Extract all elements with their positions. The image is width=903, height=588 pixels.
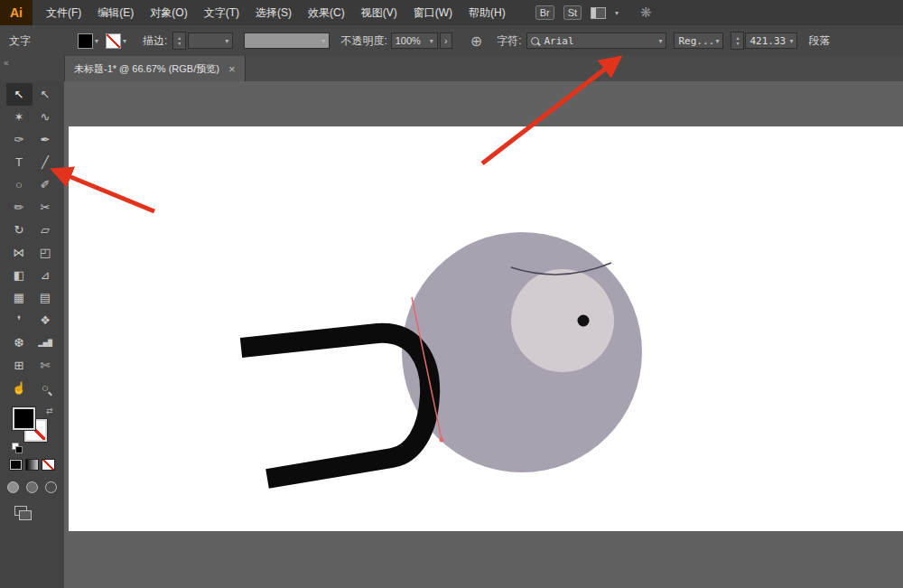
fill-swatch-icon [78, 33, 93, 49]
illustrator-window: Ai 文件(F) 编辑(E) 对象(O) 文字(T) 选择(S) 效果(C) 视… [0, 0, 903, 588]
stroke-color-well[interactable]: ▾ [106, 33, 126, 49]
free-transform-tool[interactable]: ◰ [33, 241, 59, 264]
stroke-dropdown-icon: ▾ [123, 37, 126, 45]
line-segment-tool[interactable]: ╱ [33, 151, 59, 173]
font-size-combo[interactable]: 421.33 ▾ [745, 33, 797, 49]
workspace-dropdown-icon[interactable]: ▾ [615, 9, 619, 17]
document-tab[interactable]: 未标题-1* @ 66.67% (RGB/预览) × [64, 56, 246, 81]
gradient-tool[interactable]: ▤ [33, 286, 59, 309]
zoom-tool[interactable]: ○ [33, 377, 59, 399]
lasso-tool[interactable]: ∿ [33, 106, 59, 128]
opacity-label: 不透明度: [340, 33, 386, 49]
combo-dropdown-icon: ▾ [658, 37, 662, 45]
ellipse-tool[interactable]: ○ [6, 173, 33, 196]
toolbar-collapse-control[interactable]: « [0, 56, 64, 81]
main-menus: 文件(F) 编辑(E) 对象(O) 文字(T) 选择(S) 效果(C) 视图(V… [38, 0, 514, 25]
fill-dropdown-icon: ▾ [95, 37, 98, 45]
column-graph-tool[interactable]: ▂▅█ [33, 331, 59, 354]
gradient-mode-button[interactable] [25, 459, 39, 471]
font-style-combo[interactable]: Reg... ▾ [674, 33, 723, 49]
pencil-tool[interactable]: ✏ [6, 196, 33, 219]
tool-grid: ↖ ↖ ✶ ∿ ✑ ✒ T ╱ ○ ✐ ✏ ✂ ↻ ▱ ⋈ ◰ ◧ ⊿ ▦ ▤ … [0, 81, 64, 399]
menu-file[interactable]: 文件(F) [38, 0, 89, 25]
font-family-value: Arial [544, 35, 654, 47]
blob-brush-tool[interactable]: ✑ [6, 128, 33, 151]
opacity-panel-button[interactable]: › [440, 33, 452, 49]
slice-tool[interactable]: ✄ [33, 354, 59, 377]
direct-selection-tool[interactable]: ↖ [33, 83, 59, 106]
menu-object[interactable]: 对象(O) [142, 0, 195, 25]
perspective-grid-tool[interactable]: ⊿ [33, 264, 59, 286]
stock-button[interactable]: St [563, 5, 582, 20]
width-tool[interactable]: ⋈ [6, 241, 33, 264]
paragraph-label: 段落 [808, 33, 830, 49]
draw-mode-row [0, 481, 64, 493]
scale-tool[interactable]: ▱ [33, 219, 59, 241]
color-mode-button[interactable] [9, 459, 23, 471]
workspace-layout-icon[interactable] [591, 7, 606, 19]
stroke-none-swatch-icon [106, 33, 121, 49]
paintbrush-tool[interactable]: ✐ [33, 173, 59, 196]
mesh-tool[interactable]: ▦ [6, 286, 33, 309]
none-mode-button[interactable] [42, 459, 55, 471]
collapse-icon: « [4, 58, 9, 68]
character-label: 字符: [497, 33, 521, 49]
menu-edit[interactable]: 编辑(E) [89, 0, 142, 25]
brush-definition-combo[interactable]: ▾ [244, 33, 330, 49]
shape-builder-tool[interactable]: ◧ [6, 264, 33, 286]
combo-dropdown-icon: ▾ [789, 37, 793, 45]
eyedropper-tool[interactable]: ❜ [6, 309, 33, 331]
document-setup-icon[interactable]: ⊕ [470, 33, 482, 50]
fill-color-swatch[interactable] [13, 407, 35, 430]
menu-select[interactable]: 选择(S) [247, 0, 300, 25]
control-bar: 文字 ▾ ▾ 描边: ▴ ▾ ▾ ▾ 不透明度: 100% ▾ › ⊕ 字符: [0, 25, 903, 57]
fill-color-well[interactable]: ▾ [78, 33, 98, 49]
app-logo: Ai [0, 0, 33, 25]
tools-panel: ↖ ↖ ✶ ∿ ✑ ✒ T ╱ ○ ✐ ✏ ✂ ↻ ▱ ⋈ ◰ ◧ ⊿ ▦ ▤ … [0, 81, 65, 588]
font-size-value: 421.33 [749, 35, 786, 47]
menu-view[interactable]: 视图(V) [353, 0, 405, 25]
menu-window[interactable]: 窗口(W) [405, 0, 461, 25]
magic-wand-tool[interactable]: ✶ [6, 106, 33, 128]
selection-type-label: 文字 [9, 33, 31, 49]
symbol-sprayer-tool[interactable]: ❆ [6, 331, 33, 354]
artboard[interactable] [69, 126, 903, 531]
default-fill-stroke-icon[interactable] [12, 443, 19, 450]
combo-dropdown-icon: ▾ [225, 37, 228, 45]
document-tab-title: 未标题-1* @ 66.67% (RGB/预览) [74, 62, 219, 76]
draw-behind-button[interactable] [26, 481, 38, 493]
stepper-down-icon: ▾ [736, 41, 739, 46]
hand-tool[interactable]: ☝ [6, 377, 33, 399]
menu-type[interactable]: 文字(T) [196, 0, 247, 25]
stroke-weight-combo[interactable]: ▾ [188, 33, 233, 49]
bridge-button[interactable]: Br [535, 5, 554, 20]
draw-normal-button[interactable] [7, 481, 19, 493]
blend-tool[interactable]: ❖ [33, 309, 59, 331]
combo-dropdown-icon: ▾ [430, 37, 433, 45]
scissors-tool[interactable]: ✂ [33, 196, 59, 219]
swap-fill-stroke-icon[interactable]: ⇄ [46, 406, 53, 415]
sync-icon[interactable]: ❋ [640, 5, 652, 21]
canvas-pasteboard[interactable] [64, 81, 903, 588]
menu-help[interactable]: 帮助(H) [461, 0, 514, 25]
screen-mode-button[interactable] [14, 506, 27, 516]
stroke-weight-stepper[interactable]: ▴ ▾ [172, 32, 186, 50]
font-size-stepper[interactable]: ▴ ▾ [731, 32, 744, 50]
rotate-tool[interactable]: ↻ [6, 219, 33, 241]
font-search-icon [531, 37, 539, 45]
draw-inside-button[interactable] [45, 481, 57, 493]
document-tab-bar: « 未标题-1* @ 66.67% (RGB/预览) × [0, 56, 903, 81]
stroke-weight-label: 描边: [143, 33, 167, 49]
combo-dropdown-icon: ▾ [715, 37, 719, 45]
combo-dropdown-icon: ▾ [321, 37, 325, 45]
selection-tool[interactable]: ↖ [6, 83, 33, 106]
pen-tool[interactable]: ✒ [33, 128, 59, 151]
type-tool[interactable]: T [6, 151, 33, 173]
font-style-value: Reg... [678, 35, 714, 47]
font-family-combo[interactable]: Arial ▾ [526, 33, 666, 49]
menubar-right-controls: Br St ▾ ❋ [535, 5, 652, 21]
tab-close-icon[interactable]: × [228, 62, 236, 76]
menu-effect[interactable]: 效果(C) [300, 0, 353, 25]
opacity-combo[interactable]: 100% ▾ [391, 33, 438, 49]
artboard-tool[interactable]: ⊞ [6, 354, 33, 377]
